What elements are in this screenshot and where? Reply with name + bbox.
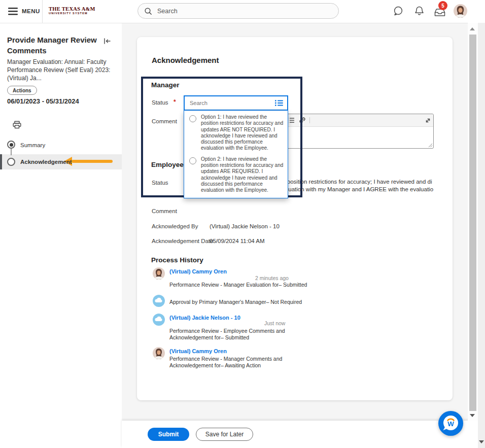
process-history-heading: Process History: [151, 256, 203, 264]
dropdown-options-list: Option 1: I have reviewed the position r…: [184, 111, 288, 198]
content-scrollbar-thumb[interactable]: [469, 35, 476, 411]
step-radio-acknowledgement[interactable]: [7, 158, 15, 166]
profile-avatar[interactable]: [454, 4, 467, 18]
acknowledgement-date-value: 05/09/2024 11:04 AM: [210, 238, 265, 244]
resize-handle[interactable]: [428, 143, 433, 148]
assistant-w-label: W: [447, 420, 454, 428]
search-icon: [144, 7, 152, 15]
option-text: Option 2: I have reviewed the position r…: [201, 156, 284, 194]
window-scroll-down-arrow[interactable]: [479, 440, 484, 443]
history-step-desc-line2: Acknowledgement for– Awaiting Action: [169, 362, 261, 369]
employee-comment-label: Comment: [152, 208, 177, 214]
logo-line-1: THE TEXAS A&M: [49, 6, 95, 12]
expand-editor-icon[interactable]: [425, 117, 431, 124]
history-step-desc: Performance Review - Employee Comments a…: [169, 328, 285, 334]
content-card: [137, 37, 453, 400]
window-scrollbar-track[interactable]: [478, 23, 485, 448]
history-person-link[interactable]: (Virtual) Cammy Oren: [169, 348, 227, 354]
list-menu-icon[interactable]: [287, 117, 294, 123]
header-divider: [42, 0, 43, 23]
history-cloud-icon: [153, 314, 165, 326]
dropdown-option-1[interactable]: Option 1: I have reviewed the position r…: [189, 114, 284, 152]
history-timestamp: 2 minutes ago: [255, 275, 289, 281]
acknowledged-by-label: Acknowledged By: [152, 223, 198, 229]
content-scroll-down-arrow[interactable]: [470, 414, 475, 417]
task-title: Provide Manager Review Comments: [7, 35, 101, 56]
content-scroll-up-arrow[interactable]: [470, 27, 475, 30]
option-radio[interactable]: [189, 157, 196, 164]
pointer-arrow-shaft: [72, 160, 113, 163]
toolbar-divider: [309, 117, 310, 123]
logo-line-2: UNIVERSITY SYSTEM: [49, 12, 95, 15]
history-avatar: [153, 347, 165, 359]
employee-status-label: Status: [152, 180, 168, 186]
page-title: Acknowledgement: [152, 56, 219, 64]
history-step-desc: Performance Review - Manager Comments an…: [169, 356, 282, 362]
link-icon[interactable]: [299, 117, 306, 124]
dropdown-search-box[interactable]: [184, 95, 288, 111]
acknowledgement-date-label: Acknowledgement Date: [152, 238, 213, 244]
status-dropdown-popup: Option 1: I have reviewed the position r…: [184, 95, 288, 198]
history-cloud-icon: [153, 295, 165, 307]
history-step-desc: Performance Review - Manager Evaluation …: [169, 282, 307, 288]
chat-icon[interactable]: [393, 6, 403, 16]
notifications-bell-icon[interactable]: [414, 6, 424, 16]
collapse-panel-icon[interactable]: [103, 38, 111, 45]
workday-assistant-button[interactable]: W: [438, 411, 463, 436]
manager-status-label: Status: [152, 99, 168, 106]
search-input[interactable]: [156, 7, 310, 15]
step-radio-summary[interactable]: [7, 141, 15, 149]
sidebar-item-summary[interactable]: Summary: [20, 142, 45, 148]
step-active-bar: [0, 154, 2, 169]
dropdown-search-input[interactable]: [189, 99, 275, 107]
history-person-link[interactable]: (Virtual) Cammy Oren: [169, 268, 227, 274]
employee-section-heading: Employee: [151, 161, 184, 168]
dropdown-option-2[interactable]: Option 2: I have reviewed the position r…: [189, 156, 284, 194]
review-period: 06/01/2023 - 05/31/2024: [7, 97, 79, 105]
history-person-link[interactable]: (Virtual) Jackie Nelson - 10: [169, 315, 240, 321]
step-connector: [11, 149, 12, 155]
inbox-badge: 5: [438, 1, 447, 10]
print-icon[interactable]: [13, 121, 21, 129]
option-text: Option 1: I have reviewed the position r…: [201, 114, 284, 152]
required-marker: *: [174, 98, 176, 106]
texas-am-logo[interactable]: THE TEXAS A&M UNIVERSITY SYSTEM: [49, 6, 95, 15]
global-search[interactable]: [137, 3, 339, 19]
option-radio[interactable]: [189, 115, 196, 122]
acknowledged-by-value: (Virtual) Jackie Nelson - 10: [210, 223, 280, 229]
history-avatar: [153, 267, 165, 280]
manager-section-heading: Manager: [151, 81, 180, 89]
hamburger-menu-icon[interactable]: [8, 8, 18, 15]
sidebar-item-acknowledgement[interactable]: Acknowledgement: [20, 159, 72, 165]
save-for-later-button[interactable]: Save for Later: [196, 428, 253, 441]
workday-app-window: MENU THE TEXAS A&M UNIVERSITY SYSTEM 5 P…: [0, 0, 485, 448]
history-timestamp: Just now: [264, 320, 285, 326]
menu-button[interactable]: MENU: [22, 8, 40, 14]
history-step-desc-line2: Acknowledgement for– Submitted: [169, 334, 249, 341]
manager-comment-label: Comment: [152, 118, 177, 124]
task-subtitle: Manager Evaluation: Annual: Faculty Perf…: [7, 58, 112, 82]
submit-button[interactable]: Submit: [148, 428, 189, 441]
actions-button[interactable]: Actions: [7, 86, 37, 95]
prompt-list-icon[interactable]: [275, 99, 283, 107]
history-step-desc: Approval by Primary Manager's Manager– N…: [169, 299, 302, 305]
